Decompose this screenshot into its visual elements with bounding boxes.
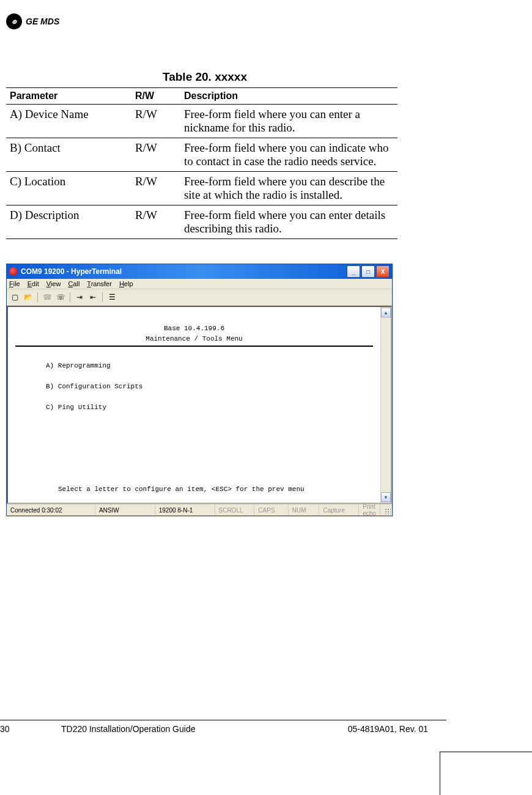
statusbar: Connected 0:30:02 ANSIW 19200 8-N-1 SCRO… xyxy=(7,504,392,516)
cell-desc: Free-form field where you can enter a ni… xyxy=(180,105,397,138)
menu-item-a[interactable]: A) Reprogramming xyxy=(15,361,373,371)
table-row: B) Contact R/W Free-form field where you… xyxy=(6,138,397,172)
properties-icon[interactable]: ☰ xyxy=(106,292,117,303)
cell-param: D) Description xyxy=(6,205,131,239)
cell-desc: Free-form field where you can indicate w… xyxy=(180,138,397,172)
close-button[interactable]: X xyxy=(376,265,390,278)
cell-desc: Free-form field where you can describe t… xyxy=(180,172,397,205)
menu-view[interactable]: View xyxy=(46,280,61,287)
cell-param: B) Contact xyxy=(6,138,131,172)
cell-param: A) Device Name xyxy=(6,105,131,138)
cell-rw: R/W xyxy=(131,138,180,172)
menu-help[interactable]: Help xyxy=(119,280,133,287)
terminal-rule xyxy=(15,346,373,347)
call-icon[interactable]: ☎ xyxy=(42,292,53,303)
cell-desc: Free-form field where you can enter deta… xyxy=(180,205,397,239)
status-emulation: ANSIW xyxy=(95,505,155,516)
table-title: Table 20. xxxxx xyxy=(6,70,281,84)
table-row: A) Device Name R/W Free-form field where… xyxy=(6,105,397,138)
status-capture: Capture xyxy=(319,505,359,516)
disconnect-icon[interactable]: ☏ xyxy=(55,292,66,303)
crop-mark xyxy=(440,752,532,795)
terminal-header2: Maintenance / Tools Menu xyxy=(15,334,373,344)
maximize-button[interactable]: □ xyxy=(361,265,375,278)
send-icon[interactable]: ⇥ xyxy=(74,292,85,303)
cell-param: C) Location xyxy=(6,172,131,205)
scrollbar[interactable]: ▲ ▼ xyxy=(380,307,391,503)
menu-item-c[interactable]: C) Ping Utility xyxy=(15,402,373,413)
hyperterminal-window: COM9 19200 - HyperTerminal _ □ X File Ed… xyxy=(6,264,393,516)
cell-rw: R/W xyxy=(131,105,180,138)
open-icon[interactable]: 📂 xyxy=(23,292,34,303)
receive-icon[interactable]: ⇤ xyxy=(87,292,98,303)
scroll-up-icon[interactable]: ▲ xyxy=(381,308,391,317)
new-icon[interactable]: ▢ xyxy=(9,292,20,303)
window-titlebar[interactable]: COM9 19200 - HyperTerminal _ □ X xyxy=(7,264,392,279)
cell-rw: R/W xyxy=(131,205,180,239)
scroll-down-icon[interactable]: ▼ xyxy=(381,492,391,502)
page-footer: 30 TD220 Installation/Operation Guide 05… xyxy=(0,720,446,734)
ge-monogram-icon: ⊛ xyxy=(6,13,22,29)
brand-text: GE MDS xyxy=(26,17,59,26)
col-header-description: Description xyxy=(180,88,397,105)
col-header-rw: R/W xyxy=(131,88,180,105)
menu-item-b[interactable]: B) Configuration Scripts xyxy=(15,382,373,392)
terminal-header1: Base 10.4.199.6 xyxy=(15,324,373,334)
menu-edit[interactable]: Edit xyxy=(28,280,39,287)
toolbar: ▢ 📂 ☎ ☏ ⇥ ⇤ ☰ xyxy=(7,289,392,306)
col-header-parameter: Parameter xyxy=(6,88,131,105)
doc-revision: 05-4819A01, Rev. 01 xyxy=(348,724,446,734)
menu-call[interactable]: Call xyxy=(68,280,79,287)
minimize-button[interactable]: _ xyxy=(347,265,360,278)
menu-transfer[interactable]: Transfer xyxy=(87,280,112,287)
terminal-output[interactable]: Base 10.4.199.6Maintenance / Tools Menu … xyxy=(8,307,380,503)
status-scroll: SCROLL xyxy=(215,505,255,516)
status-connected: Connected 0:30:02 xyxy=(7,505,95,516)
app-icon xyxy=(9,267,18,276)
status-settings: 19200 8-N-1 xyxy=(155,505,215,516)
resize-grip-icon[interactable] xyxy=(380,505,392,516)
menubar: File Edit View Call Transfer Help xyxy=(7,279,392,289)
terminal-viewport: Base 10.4.199.6Maintenance / Tools Menu … xyxy=(7,306,392,504)
menu-file[interactable]: File xyxy=(9,280,20,287)
doc-title: TD220 Installation/Operation Guide xyxy=(18,724,348,734)
status-caps: CAPS xyxy=(254,505,288,516)
brand-logo: ⊛ GE MDS xyxy=(6,13,59,29)
status-num: NUM xyxy=(289,505,320,516)
page-number: 30 xyxy=(0,724,18,734)
parameter-table: Parameter R/W Description A) Device Name… xyxy=(6,87,397,239)
table-row: D) Description R/W Free-form field where… xyxy=(6,205,397,239)
cell-rw: R/W xyxy=(131,172,180,205)
window-title: COM9 19200 - HyperTerminal xyxy=(21,267,122,276)
table-row: C) Location R/W Free-form field where yo… xyxy=(6,172,397,205)
terminal-prompt: Select a letter to configure an item, <E… xyxy=(15,484,373,495)
status-echo: Print echo xyxy=(359,505,380,516)
